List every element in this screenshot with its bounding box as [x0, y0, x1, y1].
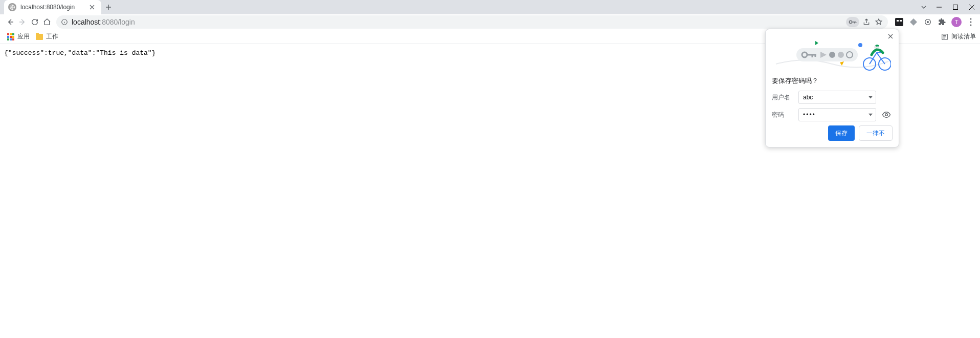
extensions-puzzle-icon[interactable]: [937, 17, 947, 27]
password-label: 密码: [772, 111, 794, 119]
username-field-row: 用户名 abc: [772, 91, 893, 104]
close-window-button[interactable]: [964, 0, 980, 14]
bookmark-folder-work[interactable]: 工作: [33, 32, 61, 41]
profile-avatar[interactable]: T: [951, 17, 962, 27]
chevron-down-icon: [868, 114, 873, 116]
back-button[interactable]: [4, 16, 16, 28]
tab-title: localhost:8080/login: [20, 4, 88, 11]
bookmark-star-icon[interactable]: [874, 17, 884, 27]
username-dropdown[interactable]: abc: [798, 91, 876, 104]
svg-point-3: [849, 20, 852, 23]
apps-bookmark[interactable]: 应用: [4, 32, 33, 41]
popup-title: 要保存密码吗？: [772, 76, 893, 86]
omnibox[interactable]: localhost:8080/login: [56, 15, 888, 29]
svg-rect-4: [895, 18, 903, 26]
svg-point-11: [970, 24, 972, 26]
svg-point-19: [829, 52, 835, 58]
toolbar-right: T: [894, 17, 976, 27]
browser-tab[interactable]: localhost:8080/login: [4, 0, 101, 14]
popup-illustration: [772, 35, 893, 72]
bookmark-folder-label: 工作: [46, 32, 58, 41]
password-dropdown[interactable]: ••••: [798, 108, 876, 121]
chevron-down-icon[interactable]: [917, 4, 931, 10]
svg-point-9: [970, 18, 972, 19]
apps-icon: [7, 33, 14, 40]
svg-marker-15: [840, 61, 844, 66]
password-field-row: 密码 ••••: [772, 108, 893, 121]
extension-icon-3[interactable]: [923, 17, 933, 27]
site-info-icon[interactable]: [60, 18, 69, 26]
manage-password-chip[interactable]: [846, 17, 859, 27]
url-path: :8080/login: [100, 18, 135, 26]
popup-actions: 保存 一律不: [772, 125, 893, 141]
close-tab-icon[interactable]: [88, 3, 96, 11]
reading-list-icon: [941, 33, 948, 40]
forward-button[interactable]: [16, 16, 29, 28]
folder-icon: [36, 34, 43, 40]
svg-rect-5: [897, 20, 899, 22]
svg-rect-1: [953, 5, 958, 10]
chevron-down-icon: [868, 96, 873, 99]
minimize-button[interactable]: [931, 0, 947, 14]
address-bar-row: localhost:8080/login: [0, 14, 980, 30]
password-masked: ••••: [803, 111, 816, 118]
new-tab-button[interactable]: [101, 0, 116, 14]
svg-point-8: [927, 21, 929, 23]
close-icon[interactable]: [886, 32, 895, 40]
username-value: abc: [803, 94, 813, 101]
url-text: localhost:8080/login: [72, 18, 135, 26]
chrome-menu-icon[interactable]: [966, 17, 976, 27]
omnibox-actions: [846, 17, 884, 27]
url-host: localhost: [72, 18, 100, 26]
svg-point-10: [970, 21, 972, 23]
reading-list-label: 阅读清单: [951, 32, 976, 41]
username-label: 用户名: [772, 93, 794, 102]
save-button[interactable]: 保存: [828, 125, 855, 141]
reveal-password-icon[interactable]: [880, 109, 893, 121]
apps-label: 应用: [17, 32, 30, 41]
svg-rect-16: [796, 48, 858, 61]
never-button[interactable]: 一律不: [859, 125, 893, 141]
share-icon[interactable]: [861, 17, 872, 27]
window-controls: [917, 0, 980, 14]
titlebar: localhost:8080/login: [0, 0, 980, 14]
svg-point-14: [858, 43, 862, 47]
svg-rect-6: [900, 20, 902, 22]
svg-point-20: [838, 52, 844, 58]
extension-icon-2[interactable]: [908, 17, 919, 27]
reading-list-button[interactable]: 阅读清单: [941, 32, 976, 41]
globe-icon: [8, 3, 16, 11]
save-password-popup: 要保存密码吗？ 用户名 abc 密码 ••••: [765, 29, 899, 147]
svg-point-25: [885, 114, 888, 116]
reload-button[interactable]: [29, 16, 41, 28]
maximize-button[interactable]: [947, 0, 964, 14]
home-button[interactable]: [41, 16, 53, 28]
svg-marker-13: [815, 41, 818, 45]
extension-icon-1[interactable]: [894, 17, 904, 27]
